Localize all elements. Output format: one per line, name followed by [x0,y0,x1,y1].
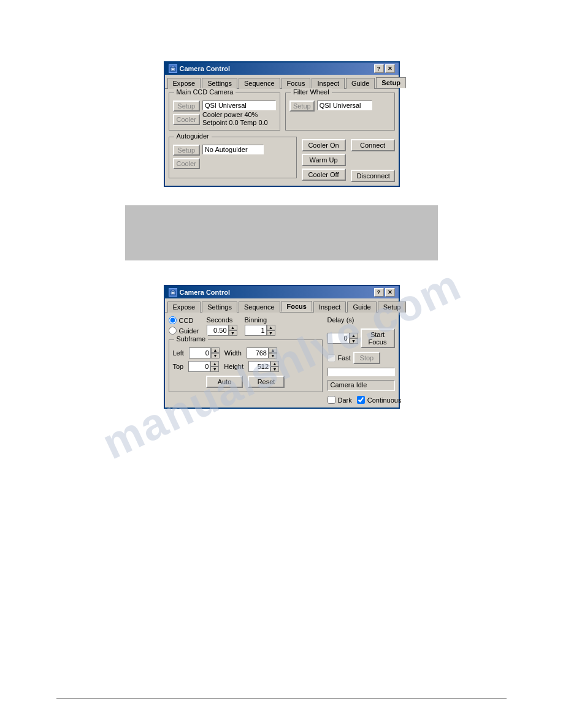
autoguider-setup-btn[interactable]: Setup [173,145,200,156]
d2-tab-sequence[interactable]: Sequence [239,301,280,313]
width-input[interactable] [247,347,269,358]
continuous-check-group: Continuous [357,396,402,404]
bottom-divider [56,698,507,699]
svg-point-1 [172,68,174,70]
main-ccd-setup-btn[interactable]: Setup [173,100,200,112]
height-label: Height [224,363,243,370]
top-label: Top [173,363,184,370]
top-spinner: ▲ ▼ [188,361,219,372]
dialog2-titlebar-left: Camera Control [169,288,231,297]
dark-checkbox[interactable] [327,396,335,404]
fast-checkbox[interactable] [327,354,335,362]
left-down-btn[interactable]: ▼ [211,353,220,358]
stop-btn[interactable]: Stop [353,352,380,364]
start-focus-btn[interactable]: Start Focus [361,328,395,348]
seconds-down-btn[interactable]: ▼ [229,330,237,336]
cooler-on-btn[interactable]: Cooler On [302,139,346,151]
fast-label: Fast [338,354,351,362]
dialog2-content: CCD Guider Seconds [165,313,399,408]
dialog1-tabbar: Expose Settings Sequence Focus Inspect G… [165,75,399,89]
main-ccd-group: Main CCD Camera Setup Cooler QSI Univers… [169,93,280,131]
binning-input[interactable] [245,325,267,336]
width-up-btn[interactable]: ▲ [269,347,277,353]
delay-input[interactable] [327,333,350,344]
connect-btn[interactable]: Connect [351,139,395,151]
gray-rect [125,205,438,260]
delay-down-btn[interactable]: ▼ [350,338,358,344]
dialog2-close-btn[interactable]: ✕ [385,288,395,297]
subframe-group: Subframe Left ▲ ▼ Widt [169,339,323,392]
warm-up-btn[interactable]: Warm Up [302,154,346,166]
seconds-label: Seconds [207,316,237,324]
progress-bar [327,368,395,376]
status-bar: Camera Idle [327,380,395,391]
svg-rect-5 [172,290,174,291]
height-input[interactable] [248,361,270,372]
top-up-btn[interactable]: ▲ [210,361,219,366]
width-down-btn[interactable]: ▼ [269,353,277,358]
filter-wheel-label: Filter Wheel [291,88,332,96]
guider-radio[interactable] [169,327,177,335]
tab-inspect[interactable]: Inspect [312,78,344,89]
svg-rect-2 [172,66,174,67]
focus-left-panel: CCD Guider Seconds [169,316,323,404]
height-up-btn[interactable]: ▲ [270,361,279,366]
dialog1-titlebar: Camera Control ? ✕ [165,63,399,75]
continuous-label: Continuous [367,396,402,404]
seconds-up-btn[interactable]: ▲ [229,325,237,330]
top-down-btn[interactable]: ▼ [210,366,219,372]
bottom-divider-area [0,693,563,703]
auto-btn[interactable]: Auto [206,376,243,388]
d2-tab-inspect[interactable]: Inspect [313,301,346,313]
left-spinner-btns: ▲ ▼ [211,347,220,358]
delay-up-btn[interactable]: ▲ [350,333,358,338]
dialog2-help-btn[interactable]: ? [374,288,384,297]
tab-expose[interactable]: Expose [167,78,201,89]
close-btn[interactable]: ✕ [385,64,395,73]
binning-down-btn[interactable]: ▼ [267,330,275,336]
binning-spinner: ▲ ▼ [245,325,275,336]
autoguider-label: Autoguider [174,132,212,140]
delay-spinner-btns: ▲ ▼ [350,333,358,344]
binning-up-btn[interactable]: ▲ [267,325,275,330]
d2-tab-expose[interactable]: Expose [167,301,201,313]
dialog2-titlebar-controls: ? ✕ [374,288,395,297]
guider-radio-group: Guider [169,327,199,335]
seconds-input[interactable] [207,325,229,336]
left-up-btn[interactable]: ▲ [211,347,220,353]
tab-settings[interactable]: Settings [202,78,237,89]
tab-focus[interactable]: Focus [282,78,311,89]
fw-setup-btn[interactable]: Setup [289,100,315,112]
left-input[interactable] [189,347,211,358]
gray-area [125,205,438,260]
tab-setup[interactable]: Setup [376,77,406,88]
d2-tab-guide[interactable]: Guide [347,301,376,313]
tab-guide[interactable]: Guide [346,78,375,89]
setpoint-info: Setpoint 0.0 Temp 0.0 [202,119,276,126]
height-spinner: ▲ ▼ [248,361,279,372]
left-spinner: ▲ ▼ [189,347,220,358]
cooler-off-btn[interactable]: Cooler Off [302,169,346,181]
height-down-btn[interactable]: ▼ [270,366,279,372]
delay-label: Delay (s) [327,316,354,324]
dialog1-title: Camera Control [180,65,231,72]
help-btn[interactable]: ? [374,64,384,73]
disconnect-btn[interactable]: Disconnect [351,170,395,182]
fast-check-group: Fast [327,354,351,362]
subframe-label: Subframe [174,335,209,343]
camera-icon2 [169,288,177,297]
d2-tab-settings[interactable]: Settings [202,301,237,313]
page: manualshlve.com Camera Control [0,0,563,728]
top-input[interactable] [188,361,210,372]
tab-sequence[interactable]: Sequence [239,78,280,89]
delay-spinner: ▲ ▼ [327,333,358,344]
main-ccd-cooler-btn[interactable]: Cooler [173,114,200,125]
reset-btn[interactable]: Reset [248,376,285,388]
d2-tab-setup[interactable]: Setup [378,301,407,313]
continuous-checkbox[interactable] [357,396,365,404]
left-label: Left [173,349,184,357]
ccd-radio[interactable] [169,316,177,324]
autoguider-cooler-btn[interactable]: Cooler [173,158,200,169]
camera-icon [169,64,177,73]
d2-tab-focus[interactable]: Focus [282,301,312,312]
